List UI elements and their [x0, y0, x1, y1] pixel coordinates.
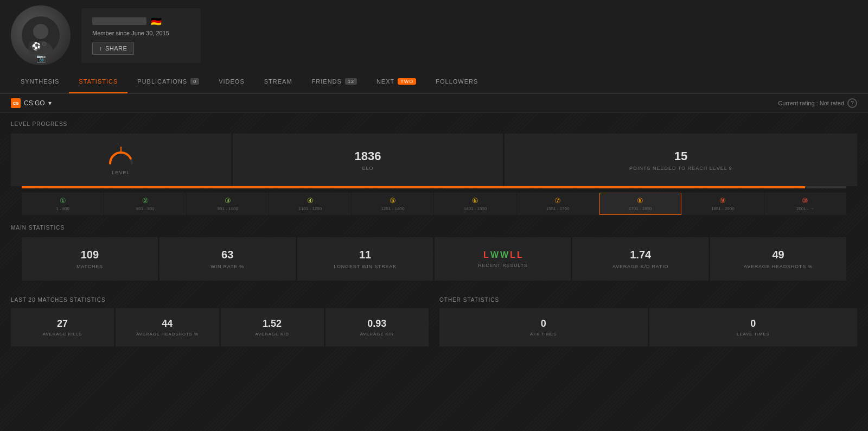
level-gauge: [107, 144, 135, 163]
last20-title: LAST 20 MATCHES STATISTICS: [11, 297, 429, 303]
tab-next[interactable]: NEXT TWO: [367, 71, 426, 93]
win-streak-label: LONGEST WIN STREAK: [334, 264, 397, 269]
camera-icon: 📷: [36, 54, 46, 62]
elo-segment-10[interactable]: ⑩ 2001 - →: [764, 193, 846, 215]
seg-range-8: 1701 - 1850: [629, 206, 652, 211]
avg-kills-value: 27: [57, 318, 68, 329]
seg-range-7: 1551 - 1700: [546, 206, 570, 211]
main-statistics-section: MAIN STATISTICS 109 MATCHES 63 WIN RATE …: [0, 220, 868, 286]
next-badge: TWO: [398, 78, 416, 85]
matches-value: 109: [81, 249, 99, 261]
tab-publications[interactable]: PUBLICATIONS 0: [127, 71, 209, 93]
seg-icon-2: ②: [142, 197, 149, 205]
seg-icon-9: ⑨: [719, 197, 726, 205]
friends-badge: 12: [345, 78, 357, 85]
elo-segment-8[interactable]: ⑧ 1701 - 1850: [599, 193, 681, 215]
profile-info: 🇩🇪 Member since June 30, 2015 ↑ SHARE: [81, 8, 201, 63]
elo-segment-9[interactable]: ⑨ 1851 - 2000: [682, 193, 764, 215]
headshots-label: AVERAGE HEADSHOTS %: [744, 264, 813, 269]
member-since: Member since June 30, 2015: [92, 30, 190, 36]
elo-segment-4[interactable]: ④ 1101 - 1250: [269, 193, 351, 215]
last20-stats-grid: 27 AVERAGE KILLS 44 AVERAGE HEADSHOTS % …: [11, 308, 429, 346]
svg-text:⚙: ⚙: [41, 40, 47, 48]
elo-segment-1[interactable]: ① 1 - 800: [22, 193, 104, 215]
tab-friends[interactable]: FRIENDS 12: [302, 71, 367, 93]
kd-ratio-value: 1.74: [630, 249, 651, 261]
points-label: POINTS NEEDED TO REACH LEVEL 9: [629, 166, 732, 171]
elo-range-bar: ① 1 - 800 ② 801 - 950 ③ 951 - 1100 ④ 110…: [22, 193, 846, 215]
elo-segment-7[interactable]: ⑦ 1551 - 1700: [517, 193, 599, 215]
other-stats-title: OTHER STATISTICS: [439, 297, 857, 303]
svg-text:⚽: ⚽: [31, 42, 41, 51]
result-w2: W: [500, 250, 508, 260]
seg-icon-3: ③: [225, 197, 231, 205]
country-flag: 🇩🇪: [151, 16, 162, 27]
seg-range-1: 1 - 800: [56, 206, 69, 211]
seg-icon-5: ⑤: [390, 197, 396, 205]
seg-range-3: 951 - 1100: [218, 206, 238, 211]
game-label: CS:GO: [24, 99, 45, 107]
tab-followers[interactable]: FOLLOWERS: [426, 71, 488, 93]
avg-headshots-label: AVERAGE HEADSHOTS %: [136, 332, 199, 337]
game-icon: CS: [11, 98, 21, 108]
avg-kd-label: AVERAGE K/D: [255, 332, 289, 337]
username-row: 🇩🇪: [92, 16, 190, 27]
result-l3: L: [517, 250, 522, 260]
tab-stream[interactable]: STREAM: [254, 71, 302, 93]
last20-section: LAST 20 MATCHES STATISTICS 27 AVERAGE KI…: [11, 297, 429, 346]
seg-icon-7: ⑦: [554, 197, 561, 205]
game-bar: CS CS:GO ▾ Current rating : Not rated ?: [0, 94, 868, 113]
stat-headshots: 49 AVERAGE HEADSHOTS %: [710, 237, 846, 281]
elo-segment-6[interactable]: ⑥ 1401 - 1550: [434, 193, 516, 215]
level-card: LEVEL: [11, 134, 231, 186]
last20-avg-kr: 0.93 AVERAGE K/R: [326, 308, 429, 346]
main-stats-title: MAIN STATISTICS: [11, 225, 857, 231]
tab-videos[interactable]: VIDEOS: [209, 71, 254, 93]
stat-matches: 109 MATCHES: [22, 237, 158, 281]
elo-segment-5[interactable]: ⑤ 1251 - 1400: [352, 193, 433, 215]
svg-point-1: [33, 24, 48, 39]
win-rate-value: 63: [221, 249, 233, 261]
share-icon: ↑: [99, 45, 103, 52]
win-streak-value: 11: [359, 249, 371, 261]
seg-range-6: 1401 - 1550: [464, 206, 487, 211]
result-l1: L: [483, 250, 489, 260]
seg-icon-10: ⑩: [802, 197, 808, 205]
rating-label: Current rating : Not rated: [778, 100, 844, 106]
level-progress-title: LEVEL PROGRESS: [11, 121, 857, 127]
elo-label: ELO: [362, 166, 373, 171]
seg-icon-1: ①: [60, 197, 66, 205]
level-progress-section: LEVEL PROGRESS LEVEL 1836 ELO 15 POINTS …: [0, 113, 868, 220]
leave-times-label: LEAVE TIMES: [737, 332, 770, 337]
other-stats-grid: 0 AFK TIMES 0 LEAVE TIMES: [439, 308, 857, 346]
last20-avg-headshots: 44 AVERAGE HEADSHOTS %: [116, 308, 219, 346]
stat-win-rate: 63 WIN RATE %: [159, 237, 296, 281]
stat-recent-results: L W W L L RECENT RESULTS: [435, 237, 571, 281]
elo-segment-3[interactable]: ③ 951 - 1100: [187, 193, 269, 215]
nav-tabs: SYNTHESIS STATISTICS PUBLICATIONS 0 VIDE…: [0, 71, 868, 94]
seg-range-4: 1101 - 1250: [298, 206, 322, 211]
seg-range-9: 1851 - 2000: [711, 206, 735, 211]
afk-times-label: AFK TIMES: [530, 332, 557, 337]
result-l2: L: [510, 250, 515, 260]
chevron-down-icon: ▾: [48, 99, 52, 107]
avg-kr-value: 0.93: [367, 318, 386, 329]
rating-icon: ?: [847, 98, 857, 108]
bottom-sections: LAST 20 MATCHES STATISTICS 27 AVERAGE KI…: [0, 297, 868, 357]
header: ⚽ ⚙ 📷 🇩🇪 Member since June 30, 2015 ↑ SH…: [0, 0, 868, 71]
points-card: 15 POINTS NEEDED TO REACH LEVEL 9: [505, 134, 857, 186]
tab-synthesis[interactable]: SYNTHESIS: [11, 71, 69, 93]
elo-segment-2[interactable]: ② 801 - 950: [104, 193, 186, 215]
elo-value: 1836: [354, 149, 381, 163]
username-bar: [92, 17, 146, 25]
share-button[interactable]: ↑ SHARE: [92, 42, 134, 55]
tab-statistics[interactable]: STATISTICS: [69, 71, 127, 93]
avg-kills-label: AVERAGE KILLS: [43, 332, 82, 337]
game-selector[interactable]: CS CS:GO ▾: [11, 98, 52, 108]
seg-range-10: 2001 - →: [796, 206, 814, 211]
avatar[interactable]: ⚽ ⚙ 📷: [11, 5, 71, 65]
other-afk-times: 0 AFK TIMES: [439, 308, 648, 346]
level-cards: LEVEL 1836 ELO 15 POINTS NEEDED TO REACH…: [11, 134, 857, 186]
result-w1: W: [490, 250, 499, 260]
publications-badge: 0: [190, 78, 199, 85]
